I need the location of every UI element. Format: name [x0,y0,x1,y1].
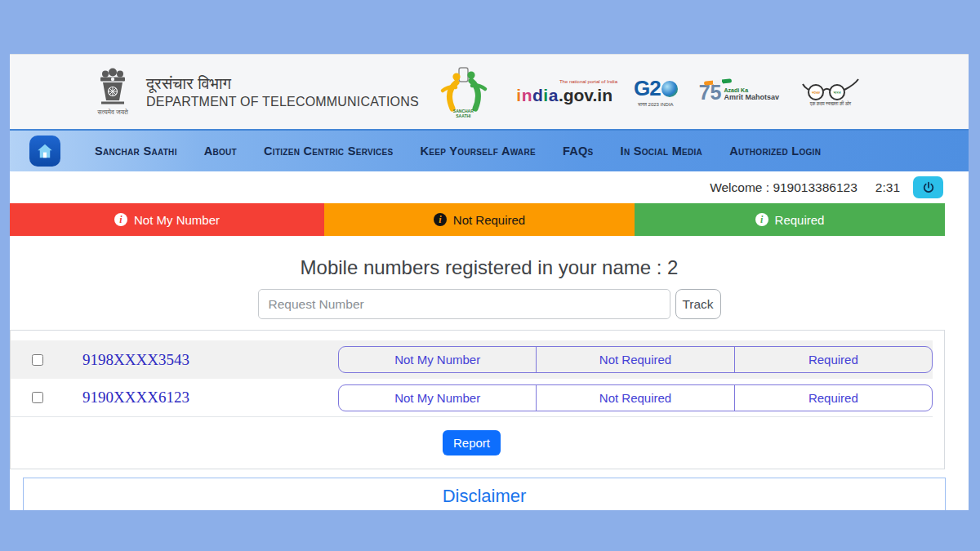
not-required-button[interactable]: Not Required [536,347,733,372]
row-action-group: Not My Number Not Required Required [338,384,933,411]
not-my-number-button[interactable]: Not My Number [339,385,536,411]
sanchar-saathi-logo: SANCHAR SAATHI [431,66,495,118]
report-area: Report [11,417,933,469]
svg-text:भारत: भारत [834,90,841,95]
session-timer: 2:31 [875,180,900,195]
swachh-bharat-logo: स्वच्छ भारत एक कदम स्वच्छता की ओर [800,78,861,107]
legend-label: Not Required [453,213,525,227]
numbers-table: 9198XXXX3543 Not My Number Not Required … [10,330,945,469]
table-row: 9190XXXX6123 Not My Number Not Required … [11,379,933,417]
report-button[interactable]: Report [443,430,501,455]
legend-label: Not My Number [134,213,220,227]
request-number-input[interactable] [258,289,670,319]
nav-item-faqs[interactable]: FAQs [563,144,594,158]
azadi-line1: Azadi Ka [724,87,779,93]
home-button[interactable] [29,136,60,167]
nav-item-citizen-centric-services[interactable]: Citizen Centric Services [264,144,393,158]
main-navbar: Sanchar Saathi About Citizen Centric Ser… [10,129,969,171]
g20-logo: G2 भारत 2023 INDIA [634,76,678,108]
g20-tagline: भारत 2023 INDIA [638,102,673,108]
legend-required[interactable]: i Required [635,203,945,236]
mobile-number-link[interactable]: 9198XXXX3543 [82,351,189,369]
azadi-75-text: 75 [699,82,722,102]
swachh-tagline: एक कदम स्वच्छता की ओर [810,101,852,107]
tricolor-swoosh-icon [704,78,732,86]
india-word: india [516,86,559,104]
legend-label: Required [775,213,825,227]
not-my-number-button[interactable]: Not My Number [339,347,536,372]
info-icon: i [114,213,127,226]
bapu-glasses-icon: स्वच्छ भारत [800,78,861,102]
info-icon: i [755,213,768,226]
track-request-row: Track [10,289,969,319]
home-icon [36,142,54,160]
required-button[interactable]: Required [734,347,932,372]
emblem-caption: सत्यमेव जयते [97,109,127,117]
ashoka-emblem-icon [96,67,130,108]
disclaimer-title: Disclaimer [24,486,945,507]
row-checkbox[interactable] [32,392,43,403]
status-legend: i Not My Number i Not Required i Require… [10,203,945,236]
mobile-number-link[interactable]: 9190XXXX6123 [82,389,189,407]
nav-items: Sanchar Saathi About Citizen Centric Ser… [95,144,821,158]
page-title: Mobile numbers registered in your name :… [10,256,969,279]
nav-item-sanchar-saathi[interactable]: Sanchar Saathi [95,144,177,158]
session-bar: Welcome : 919013386123 2:31 [10,171,969,203]
national-emblem: सत्यमेव जयते [96,67,130,117]
nav-item-keep-yourself-aware[interactable]: Keep Yourself Aware [421,144,536,158]
main-content: Mobile numbers registered in your name :… [10,256,969,510]
sanchar-saathi-page: सत्यमेव जयते दूरसंचार विभाग DEPARTMENT O… [10,54,969,510]
india-portal-tagline: The national portal of India [559,79,617,84]
disclaimer-section: Disclaimer [23,478,946,510]
row-checkbox[interactable] [32,354,43,366]
info-icon: i [434,213,447,226]
g20-globe-icon [662,81,678,97]
browser-viewport: सत्यमेव जयते दूरसंचार विभाग DEPARTMENT O… [0,0,980,551]
legend-not-required[interactable]: i Not Required [324,203,635,236]
site-header: सत्यमेव जयते दूरसंचार विभाग DEPARTMENT O… [10,55,969,129]
logout-button[interactable] [913,176,943,198]
azadi-ka-amrit-mahotsav-logo: 75 Azadi Ka Amrit Mahotsav [699,82,779,102]
track-button[interactable]: Track [675,289,721,319]
required-button[interactable]: Required [734,385,932,411]
sanchar-saathi-icon [431,66,495,112]
row-action-group: Not My Number Not Required Required [338,346,933,373]
india-suffix: .gov.in [559,86,612,104]
india-gov-in-logo: india.gov.in The national portal of Indi… [516,79,612,105]
nav-item-about[interactable]: About [204,144,237,158]
legend-not-my-number[interactable]: i Not My Number [10,203,324,236]
table-row: 9198XXXX3543 Not My Number Not Required … [11,340,933,379]
department-title-hindi: दूरसंचार विभाग [146,74,419,93]
g20-text: G2 [634,76,661,101]
nav-item-in-social-media[interactable]: In Social Media [621,144,703,158]
nav-item-authorized-login[interactable]: Authorized Login [729,144,821,158]
sanchar-saathi-caption: SANCHAR SAATHI [453,109,474,118]
azadi-line2: Amrit Mahotsav [724,93,779,101]
svg-text:स्वच्छ: स्वच्छ [811,90,821,95]
not-required-button[interactable]: Not Required [536,385,733,411]
department-title-english: DEPARTMENT OF TELECOMMUNICATIONS [146,95,419,109]
power-icon [922,181,935,194]
welcome-text: Welcome : 919013386123 [710,180,858,195]
department-titles: दूरसंचार विभाग DEPARTMENT OF TELECOMMUNI… [146,74,419,109]
partner-logos: SANCHAR SAATHI india.gov.in The national… [431,66,861,118]
